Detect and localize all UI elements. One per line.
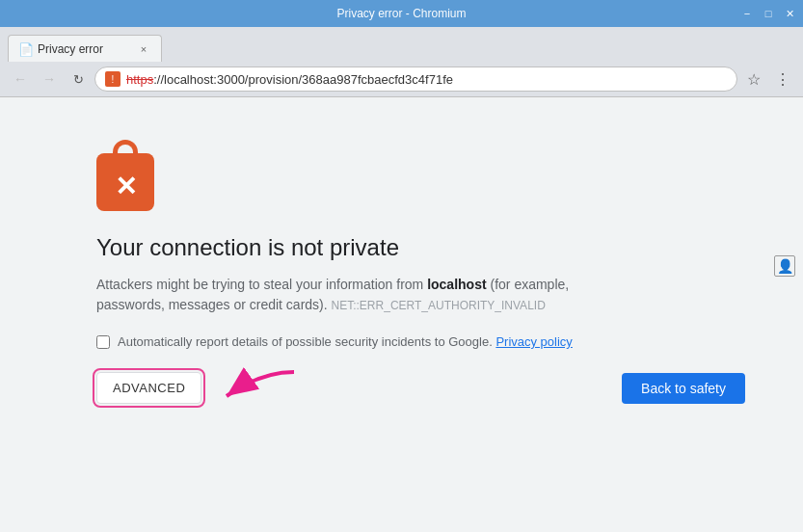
lock-error-icon: ✕: [96, 153, 154, 211]
back-to-safety-button[interactable]: Back to safety: [622, 373, 745, 404]
lock-icon-container: ✕: [96, 136, 745, 211]
page-content: ✕ Your connection is not private Attacke…: [0, 97, 803, 532]
tab-label: Privacy error: [38, 42, 103, 56]
tab-close-button[interactable]: ×: [136, 41, 151, 57]
protocol-text: https: [126, 72, 153, 87]
url-text: ://localhost:3000/provision/368aa987fcba…: [153, 72, 453, 87]
minimize-button[interactable]: −: [737, 5, 757, 22]
restore-button[interactable]: □: [759, 5, 778, 22]
tab-privacy-error[interactable]: 📄 Privacy error ×: [8, 35, 162, 62]
window-controls: − □ ✕: [737, 5, 799, 22]
bookmark-star-button[interactable]: ☆: [741, 66, 766, 92]
lock-x-mark: ✕: [115, 171, 137, 202]
security-warning-icon: !: [105, 71, 120, 87]
address-text: https://localhost:3000/provision/368aa98…: [126, 72, 727, 87]
error-host: localhost: [427, 277, 486, 292]
back-button[interactable]: ←: [8, 66, 33, 92]
error-desc-1: Attackers might be trying to steal your …: [96, 277, 427, 292]
title-bar: Privacy error - Chromium − □ ✕: [0, 0, 803, 27]
error-code: NET::ERR_CERT_AUTHORITY_INVALID: [332, 299, 546, 312]
auto-report-row: Automatically report details of possible…: [96, 334, 745, 349]
tab-bar: 📄 Privacy error × 👤: [0, 27, 803, 62]
window-title: Privacy error - Chromium: [336, 7, 466, 20]
buttons-row: ADVANCED Back to safety: [96, 372, 745, 404]
address-bar-row: ← → ↻ ! https://localhost:3000/provision…: [0, 62, 803, 96]
advanced-button[interactable]: ADVANCED: [96, 372, 201, 404]
auto-report-checkbox[interactable]: [96, 335, 110, 349]
profile-icon[interactable]: 👤: [774, 255, 795, 277]
checkbox-text: Automatically report details of possible…: [118, 334, 493, 349]
tab-page-icon: 📄: [18, 42, 32, 56]
close-button[interactable]: ✕: [780, 5, 799, 22]
new-tab-button[interactable]: [162, 35, 191, 62]
error-description: Attackers might be trying to steal your …: [96, 275, 598, 315]
reload-button[interactable]: ↻: [66, 66, 91, 92]
arrow-indicator: [212, 362, 299, 419]
error-title: Your connection is not private: [96, 234, 745, 261]
browser-chrome: 📄 Privacy error × 👤 ← → ↻ ! https://loca…: [0, 27, 803, 97]
menu-button[interactable]: ⋮: [770, 66, 795, 92]
address-field[interactable]: ! https://localhost:3000/provision/368aa…: [94, 66, 737, 92]
privacy-policy-link[interactable]: Privacy policy: [495, 334, 572, 349]
auto-report-label: Automatically report details of possible…: [118, 334, 573, 349]
forward-button[interactable]: →: [37, 66, 62, 92]
